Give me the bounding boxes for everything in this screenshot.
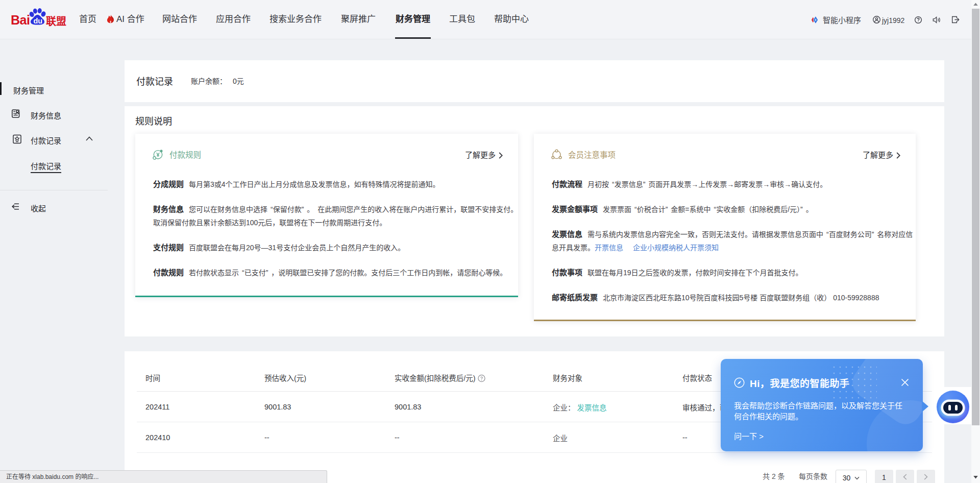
svg-text:联盟: 联盟 xyxy=(46,16,66,27)
svg-text:Bai: Bai xyxy=(11,13,30,27)
svg-text:du: du xyxy=(34,17,43,25)
